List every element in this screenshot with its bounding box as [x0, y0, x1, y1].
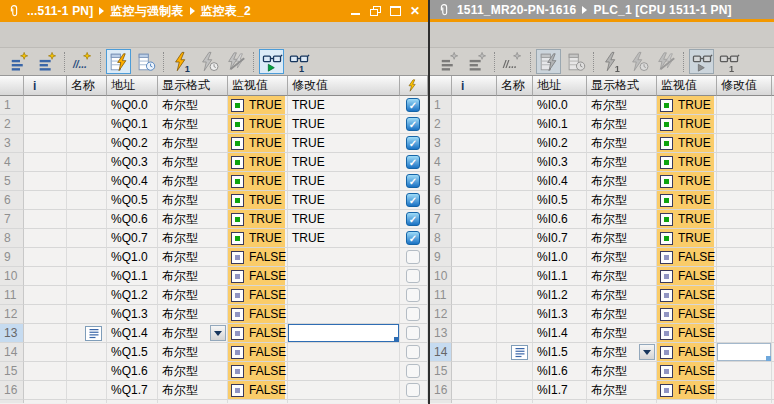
modify-value-input[interactable]	[717, 343, 771, 361]
row-number-cell[interactable]: 4	[0, 153, 24, 172]
address-cell[interactable]: %I1.2	[533, 286, 587, 305]
address-cell[interactable]: %Q0.0	[107, 96, 158, 115]
format-cell[interactable]: 布尔型	[587, 267, 657, 286]
breadcrumb-item[interactable]: 监控表_2	[201, 3, 251, 20]
modify-value-cell[interactable]	[717, 305, 772, 324]
name-cell[interactable]	[497, 267, 533, 286]
row-number-cell[interactable]: 2	[430, 115, 452, 134]
name-cell[interactable]	[497, 286, 533, 305]
modify-value-input[interactable]	[288, 324, 399, 342]
header-modify-value[interactable]: 修改值	[288, 76, 400, 96]
row-number-cell[interactable]: 13	[0, 324, 24, 343]
header-monitor-value[interactable]: 监视值	[228, 76, 288, 96]
row-number-cell[interactable]: 10	[0, 267, 24, 286]
modify-value-cell[interactable]: TRUE	[288, 134, 400, 153]
name-cell[interactable]	[67, 115, 107, 134]
modify-value-cell[interactable]: TRUE	[288, 153, 400, 172]
format-cell[interactable]: 布尔型	[158, 248, 228, 267]
comment-cell[interactable]	[452, 381, 497, 400]
name-cell[interactable]	[67, 267, 107, 286]
modify-value-cell[interactable]	[717, 153, 772, 172]
name-cell[interactable]	[497, 210, 533, 229]
comment-cell[interactable]	[452, 134, 497, 153]
format-cell[interactable]: 布尔型	[587, 286, 657, 305]
format-cell[interactable]: 布尔型	[587, 381, 657, 400]
address-cell[interactable]: %I1.5	[533, 343, 587, 362]
modify-enable-checkbox[interactable]	[406, 345, 420, 359]
modify-enable-checkbox[interactable]: ✓	[406, 193, 420, 207]
row-number-cell[interactable]: 2	[0, 115, 24, 134]
modify-value-cell[interactable]	[288, 381, 400, 400]
name-cell[interactable]	[67, 248, 107, 267]
modify-value-cell[interactable]	[288, 286, 400, 305]
monitor-once-button[interactable]	[133, 49, 158, 74]
header-display-format[interactable]: 显示格式	[587, 76, 657, 96]
modify-value-cell[interactable]	[717, 134, 772, 153]
modify-enable-checkbox[interactable]: ✓	[406, 98, 420, 112]
breadcrumb-item[interactable]: 1511_MR20-PN-1616	[457, 3, 576, 17]
address-cell[interactable]: %I0.6	[533, 210, 587, 229]
format-cell[interactable]: 布尔型	[158, 172, 228, 191]
breadcrumb-item[interactable]: 监控与强制表	[110, 3, 183, 20]
comment-cell[interactable]	[24, 210, 67, 229]
modify-enable-checkbox[interactable]	[406, 250, 420, 264]
format-cell[interactable]: 布尔型	[587, 248, 657, 267]
format-cell[interactable]: 布尔型	[158, 210, 228, 229]
insert-row-button[interactable]	[437, 49, 462, 74]
format-cell[interactable]: 布尔型	[587, 343, 657, 362]
header-address[interactable]: 地址	[107, 76, 158, 96]
address-cell[interactable]: %I1.4	[533, 324, 587, 343]
monitor-all-button[interactable]	[106, 49, 131, 74]
name-cell[interactable]	[497, 362, 533, 381]
format-cell[interactable]: 布尔型	[158, 229, 228, 248]
address-cell[interactable]: %I1.3	[533, 305, 587, 324]
format-cell[interactable]: 布尔型	[587, 115, 657, 134]
modify-enable-checkbox[interactable]: ✓	[406, 212, 420, 226]
comment-cell[interactable]	[24, 267, 67, 286]
row-number-cell[interactable]: 14	[430, 343, 452, 362]
maximize-button[interactable]	[388, 4, 402, 18]
name-cell[interactable]	[497, 96, 533, 115]
header-info[interactable]: i	[452, 76, 497, 96]
address-cell[interactable]: %I1.7	[533, 381, 587, 400]
insert-comment-button[interactable]: //...	[500, 49, 525, 74]
address-cell[interactable]: %Q1.4	[107, 324, 158, 343]
header-modify-enable[interactable]	[400, 76, 428, 96]
name-cell[interactable]	[67, 153, 107, 172]
format-cell[interactable]: 布尔型	[158, 134, 228, 153]
comment-cell[interactable]	[24, 96, 67, 115]
row-number-cell[interactable]: 3	[430, 134, 452, 153]
row-number-cell[interactable]: 12	[0, 305, 24, 324]
modify-enable-checkbox[interactable]: ✓	[406, 117, 420, 131]
modify-value-cell[interactable]	[288, 305, 400, 324]
address-cell[interactable]: %I0.5	[533, 191, 587, 210]
resize-handle[interactable]	[394, 337, 399, 342]
comment-cell[interactable]	[452, 153, 497, 172]
modify-enable-checkbox[interactable]	[406, 364, 420, 378]
comment-cell[interactable]	[24, 229, 67, 248]
insert-comment-button[interactable]: //...	[70, 49, 95, 74]
modify-value-cell[interactable]: TRUE	[288, 96, 400, 115]
comment-cell[interactable]	[24, 248, 67, 267]
add-row-button[interactable]	[34, 49, 59, 74]
name-cell[interactable]	[497, 172, 533, 191]
modify-value-cell[interactable]	[717, 343, 772, 362]
modify-value-cell[interactable]	[717, 267, 772, 286]
format-cell[interactable]: 布尔型	[587, 191, 657, 210]
monitor-once-button[interactable]	[563, 49, 588, 74]
watch-all-button[interactable]	[259, 49, 284, 74]
name-cell[interactable]	[67, 343, 107, 362]
resize-handle[interactable]	[766, 356, 771, 361]
row-number-cell[interactable]: 5	[430, 172, 452, 191]
row-number-cell[interactable]: 9	[430, 248, 452, 267]
address-cell[interactable]: %I1.1	[533, 267, 587, 286]
comment-cell[interactable]	[452, 115, 497, 134]
address-cell[interactable]: %Q0.1	[107, 115, 158, 134]
modify-value-cell[interactable]	[717, 210, 772, 229]
modify-value-cell[interactable]: TRUE	[288, 115, 400, 134]
format-cell[interactable]: 布尔型	[587, 96, 657, 115]
row-number-cell[interactable]: 1	[0, 96, 24, 115]
row-number-cell[interactable]: 16	[430, 381, 452, 400]
address-cell[interactable]: %Q0.3	[107, 153, 158, 172]
row-number-cell[interactable]: 9	[0, 248, 24, 267]
